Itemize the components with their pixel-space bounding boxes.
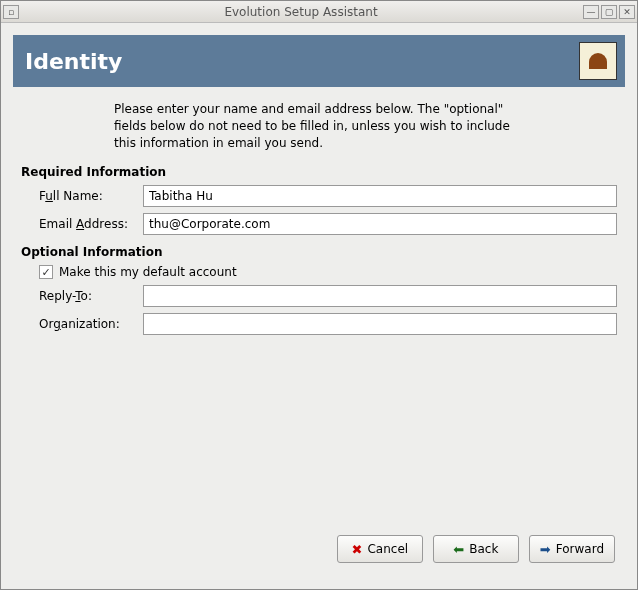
page-header: Identity (13, 35, 625, 87)
intro-text: Please enter your name and email address… (114, 101, 524, 151)
email-row: Email Address: (21, 213, 617, 235)
back-icon: ⬅ (453, 542, 464, 557)
window-menu-icon[interactable]: ▫ (3, 5, 19, 19)
organization-label: Organization: (39, 317, 143, 331)
forward-label: Forward (556, 542, 604, 556)
email-input[interactable] (143, 213, 617, 235)
setup-assistant-window: ▫ Evolution Setup Assistant — ▢ ✕ Identi… (0, 0, 638, 590)
optional-section-title: Optional Information (21, 245, 617, 259)
organization-row: Organization: (21, 313, 617, 335)
default-account-row: Make this my default account (21, 265, 617, 279)
close-button[interactable]: ✕ (619, 5, 635, 19)
window-titlebar: ▫ Evolution Setup Assistant — ▢ ✕ (1, 1, 637, 23)
back-button[interactable]: ⬅ Back (433, 535, 519, 563)
forward-icon: ➡ (540, 542, 551, 557)
maximize-button[interactable]: ▢ (601, 5, 617, 19)
content-area: Please enter your name and email address… (13, 87, 625, 527)
reply-to-input[interactable] (143, 285, 617, 307)
reply-to-row: Reply-To: (21, 285, 617, 307)
forward-button[interactable]: ➡ Forward (529, 535, 615, 563)
window-title: Evolution Setup Assistant (19, 5, 583, 19)
reply-to-label: Reply-To: (39, 289, 143, 303)
minimize-button[interactable]: — (583, 5, 599, 19)
required-section-title: Required Information (21, 165, 617, 179)
cancel-icon: ✖ (352, 542, 363, 557)
full-name-label: Full Name: (39, 189, 143, 203)
cancel-label: Cancel (367, 542, 408, 556)
identity-icon (579, 42, 617, 80)
window-body: Identity Please enter your name and emai… (1, 23, 637, 589)
back-label: Back (469, 542, 498, 556)
organization-input[interactable] (143, 313, 617, 335)
page-title: Identity (25, 49, 122, 74)
button-bar: ✖ Cancel ⬅ Back ➡ Forward (13, 527, 625, 577)
default-account-label: Make this my default account (59, 265, 237, 279)
full-name-row: Full Name: (21, 185, 617, 207)
default-account-checkbox[interactable] (39, 265, 53, 279)
cancel-button[interactable]: ✖ Cancel (337, 535, 423, 563)
email-label: Email Address: (39, 217, 143, 231)
full-name-input[interactable] (143, 185, 617, 207)
